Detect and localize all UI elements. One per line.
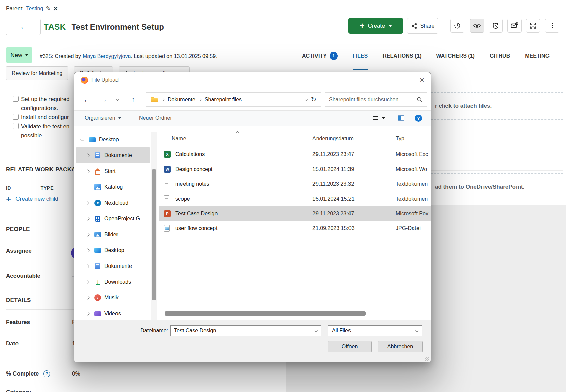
tab-relations-1[interactable]: RELATIONS (1) [382,42,421,70]
open-button[interactable]: Öffnen [328,341,372,352]
file-row-meeting-notes[interactable]: meeting notes29.11.2023 23:32Textdokumen [159,177,431,191]
checkbox-icon[interactable] [13,114,19,120]
author-link[interactable]: Maya Berdygylyjova [82,53,131,59]
chevron-down-icon [118,117,121,119]
status-dropdown[interactable]: New [6,47,32,63]
tree-scrollbar[interactable] [151,132,157,321]
checkbox-icon[interactable] [13,123,19,129]
search-input[interactable] [329,97,413,103]
chevron-right-icon[interactable] [86,264,89,268]
edit-parent-icon[interactable]: ✎ [46,5,51,12]
scrollbar-thumb[interactable] [152,169,156,300]
tree-item-dokumente[interactable]: Dokumente [76,258,150,274]
chevron-right-icon[interactable] [86,312,89,315]
resize-grip-icon[interactable] [425,357,429,361]
remove-parent-icon[interactable]: × [54,5,58,12]
fullscreen-icon[interactable] [526,19,540,33]
excel-icon: X [164,151,171,158]
help-icon[interactable]: ? [43,370,50,377]
checkbox-icon[interactable] [13,96,19,102]
back-button[interactable]: ← [6,19,41,35]
chevron-down-icon [415,329,418,332]
more-kebab-icon[interactable] [545,19,559,33]
page-title: TASK Test Environment Setup [44,22,164,32]
tab-files[interactable]: FILES [353,42,368,70]
tree-item-dokumente[interactable]: Dokumente [76,147,150,163]
chevron-right-icon[interactable] [86,233,89,236]
refresh-icon[interactable]: ↻ [311,96,317,103]
tree-item-start[interactable]: Start [76,163,150,179]
list-view-icon[interactable] [372,111,385,126]
column-divider[interactable] [310,134,310,145]
create-button[interactable]: + Create [348,18,403,34]
column-name[interactable]: Name [172,136,186,142]
tree-label: Bilder [104,231,118,238]
column-type[interactable]: Typ [396,136,404,142]
organize-menu[interactable]: Organisieren [85,111,121,126]
tree-item-videos[interactable]: Videos [76,306,150,321]
column-date[interactable]: Änderungsdatum [312,136,354,142]
breadcrumb-item[interactable]: Dokumente [168,97,195,103]
tree-item-downloads[interactable]: Downloads [76,274,150,290]
chevron-down-icon[interactable] [80,138,84,141]
tree-item-musik[interactable]: Musik [76,290,150,306]
watch-eye-icon[interactable] [470,19,484,33]
new-folder-button[interactable]: Neuer Ordner [139,111,172,126]
column-divider[interactable] [390,134,390,145]
details-value[interactable]: 0% [72,370,80,377]
filetype-select[interactable]: All Files [328,325,422,336]
address-breadcrumb[interactable]: Dokumente Sharepoint files ↻ [146,92,321,107]
tree-item-nextcloud[interactable]: Nextcloud [76,195,150,211]
tab-label: MEETING [525,53,550,59]
file-row-calculations[interactable]: XCalculations29.11.2023 23:47Microsoft E… [159,147,431,162]
nav-up-icon[interactable]: ↑ [131,96,135,103]
chevron-right-icon[interactable] [86,153,89,157]
tab-activity[interactable]: ACTIVITY1 [302,42,338,70]
help-icon[interactable]: ? [415,111,422,126]
file-row-user-flow-concept[interactable]: user flow concept21.09.2023 15:03JPG-Dat… [159,221,431,236]
breadcrumb-item[interactable]: Sharepoint files [205,97,242,103]
file-row-test-case-design[interactable]: PTest Case Design29.11.2023 23:47Microso… [159,206,431,221]
tree-label: Katalog [104,184,123,190]
share-button[interactable]: Share [407,18,438,34]
tab-meeting[interactable]: MEETING [525,42,550,70]
details-value[interactable]: - [72,389,74,392]
tree-item-openproject-g[interactable]: OpenProject G [76,211,150,226]
chevron-right-icon[interactable] [86,201,89,205]
preview-pane-icon[interactable] [397,111,405,126]
tree-item-bilder[interactable]: Bilder [76,226,150,242]
tab-github[interactable]: GITHUB [490,42,510,70]
notification-mail-icon[interactable] [507,19,522,33]
tree-item-katalog[interactable]: Katalog [76,179,150,195]
address-dropdown-icon[interactable] [305,98,308,101]
file-row-scope[interactable]: scope15.01.2024 15:21Textdokumen [159,191,431,206]
chevron-right-icon[interactable] [86,217,89,220]
nav-back-icon[interactable]: ← [83,96,90,103]
tree-item-desktop[interactable]: Desktop [76,242,150,258]
chevron-right-icon[interactable] [86,169,89,173]
dialog-titlebar[interactable]: File Upload [74,72,431,88]
chevron-right-icon[interactable] [86,248,89,252]
tab-watchers-1[interactable]: WATCHERS (1) [436,42,475,70]
accountable-value[interactable]: - [72,273,74,279]
action-button-review-for-marketing[interactable]: Review for Marketing [6,66,68,80]
nav-forward-icon[interactable]: → [100,96,107,103]
horizontal-scrollbar[interactable] [165,311,366,316]
chevron-right-icon[interactable] [86,280,89,284]
workpackage-title[interactable]: Test Environment Setup [72,22,164,32]
file-type: JPG-Datei [396,225,421,231]
close-icon[interactable]: × [416,75,428,85]
chevron-right-icon[interactable] [86,296,89,299]
details-label: Category [6,389,31,392]
tree-item-desktop[interactable]: Desktop [76,132,150,147]
file-row-design-concept[interactable]: WDesign concept15.01.2024 11:39Microsoft… [159,162,431,177]
create-new-child-link[interactable]: + Create new child [6,194,58,203]
word-icon: W [164,166,171,173]
filename-input[interactable] [174,328,311,334]
nav-history-chevron-icon[interactable] [116,98,119,101]
parent-link[interactable]: Testing [26,6,43,12]
cancel-button[interactable]: Abbrechen [378,341,423,352]
history-icon[interactable] [450,19,464,33]
chevron-down-icon[interactable] [315,329,318,332]
reminder-icon[interactable] [489,19,503,33]
